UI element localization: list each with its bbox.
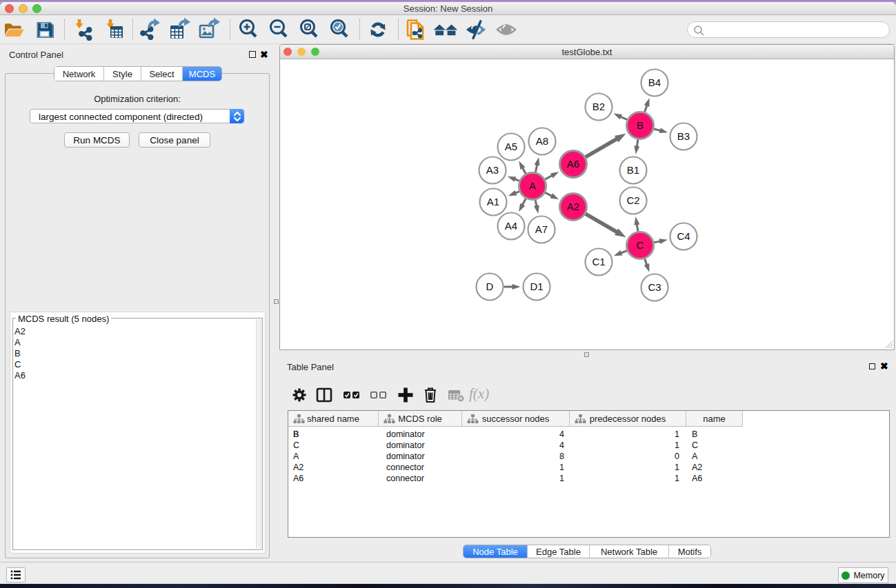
svg-text:A: A (529, 180, 536, 192)
svg-text:A3: A3 (486, 164, 499, 176)
svg-text:D1: D1 (530, 281, 543, 292)
svg-text:A8: A8 (536, 135, 548, 147)
svg-text:C3: C3 (648, 281, 661, 293)
svg-text:C4: C4 (677, 230, 690, 242)
svg-text:C: C (637, 239, 644, 251)
svg-text:B2: B2 (593, 101, 605, 112)
svg-text:A1: A1 (487, 196, 499, 207)
svg-text:B: B (637, 119, 644, 131)
svg-text:A4: A4 (505, 220, 517, 232)
svg-text:B1: B1 (627, 164, 639, 176)
svg-text:A5: A5 (505, 141, 517, 152)
svg-text:A7: A7 (535, 223, 548, 235)
svg-text:C1: C1 (592, 256, 605, 267)
svg-text:A2: A2 (567, 201, 579, 212)
svg-text:D: D (486, 281, 494, 292)
svg-text:A6: A6 (567, 158, 579, 170)
svg-text:C2: C2 (626, 194, 639, 206)
svg-text:B4: B4 (648, 77, 661, 88)
svg-text:B3: B3 (677, 130, 690, 142)
